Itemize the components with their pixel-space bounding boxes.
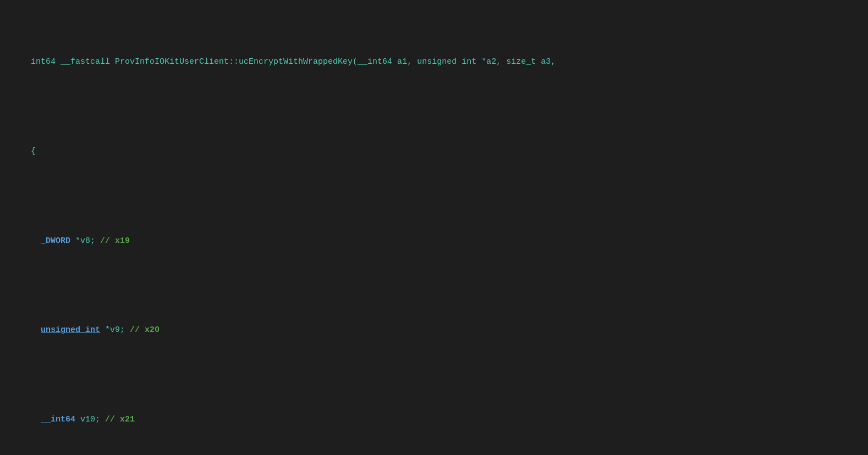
code-text: *v9; — [105, 325, 130, 335]
line-3: _DWORD *v8; // x19 — [6, 221, 862, 260]
line-4: unsigned int *v9; // x20 — [6, 311, 862, 349]
code-text: unsigned int — [31, 325, 105, 335]
line-2: { — [6, 132, 862, 171]
line-1: int64 __fastcall ProvInfoIOKitUserClient… — [6, 43, 862, 81]
code-text: *v8; — [75, 236, 100, 246]
code-text: // x20 — [130, 325, 160, 335]
code-container: int64 __fastcall ProvInfoIOKitUserClient… — [0, 4, 868, 455]
code-text: int64 __fastcall ProvInfoIOKitUserClient… — [31, 57, 556, 66]
code-text: _DWORD — [31, 236, 75, 246]
code-text: // x21 — [105, 415, 135, 424]
code-text: // x19 — [100, 236, 130, 246]
code-text: v10; — [80, 415, 105, 424]
code-text: { — [31, 147, 36, 156]
code-text: __int64 — [31, 415, 80, 424]
line-5: __int64 v10; // x21 — [6, 401, 862, 439]
